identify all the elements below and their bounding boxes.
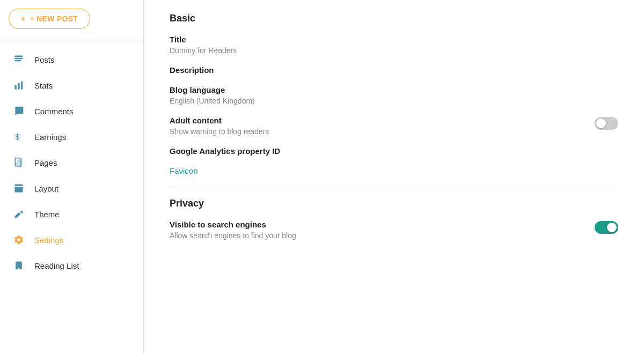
earnings-icon: $	[13, 131, 25, 143]
new-post-label: + NEW POST	[30, 14, 78, 23]
comments-label: Comments	[34, 107, 74, 116]
sidebar: + + NEW POST Posts Stats Comments $ Earn…	[0, 0, 144, 353]
settings-label: Settings	[34, 236, 63, 245]
comments-icon	[13, 105, 25, 117]
sidebar-item-comments[interactable]: Comments	[0, 98, 143, 124]
svg-rect-9	[15, 185, 23, 186]
adult-content-toggle-thumb	[596, 119, 606, 128]
sidebar-item-earnings[interactable]: $ Earnings	[0, 124, 143, 150]
favicon-field-block: Favicon	[170, 166, 618, 176]
sidebar-divider	[0, 42, 143, 42]
section-divider	[170, 187, 618, 187]
svg-rect-5	[21, 82, 23, 90]
svg-rect-0	[15, 56, 23, 57]
sidebar-item-theme[interactable]: Theme	[0, 201, 143, 227]
description-field-label: Description	[170, 65, 618, 75]
sidebar-item-settings[interactable]: Settings	[0, 227, 143, 253]
visible-label: Visible to search engines	[170, 220, 595, 229]
adult-content-field-block: Adult content Show warning to blog reade…	[170, 116, 618, 136]
sidebar-item-pages[interactable]: Pages	[0, 150, 143, 175]
posts-label: Posts	[34, 55, 55, 64]
layout-icon	[13, 182, 25, 194]
favicon-link[interactable]: Favicon	[170, 166, 198, 175]
svg-rect-3	[15, 85, 17, 90]
reading-list-icon	[13, 260, 25, 271]
adult-content-label: Adult content	[170, 116, 595, 125]
description-field-block: Description	[170, 65, 618, 75]
visible-sub: Allow search engines to find your blog	[170, 231, 595, 240]
adult-content-toggle[interactable]	[595, 117, 618, 130]
title-field-block: Title Dummy for Readers	[170, 35, 618, 55]
new-post-button[interactable]: + + NEW POST	[9, 9, 90, 29]
pages-icon	[13, 157, 25, 168]
adult-content-toggle-track[interactable]	[595, 117, 618, 130]
theme-label: Theme	[34, 210, 60, 219]
sidebar-item-posts[interactable]: Posts	[0, 47, 143, 72]
visible-toggle-thumb	[607, 223, 617, 232]
sidebar-item-layout[interactable]: Layout	[0, 175, 143, 201]
layout-label: Layout	[34, 184, 58, 193]
google-analytics-label: Google Analytics property ID	[170, 146, 618, 156]
settings-icon	[13, 234, 25, 246]
visible-field-block: Visible to search engines Allow search e…	[170, 220, 618, 240]
adult-content-text: Adult content Show warning to blog reade…	[170, 116, 595, 136]
title-field-label: Title	[170, 35, 618, 44]
svg-rect-10	[15, 187, 23, 193]
blog-language-field-block: Blog language English (United Kingdom)	[170, 85, 618, 105]
visible-toggle-track[interactable]	[595, 221, 618, 234]
visible-text: Visible to search engines Allow search e…	[170, 220, 595, 240]
sidebar-item-stats[interactable]: Stats	[0, 72, 143, 98]
earnings-label: Earnings	[34, 133, 66, 142]
title-field-value: Dummy for Readers	[170, 46, 618, 55]
visible-toggle[interactable]	[595, 221, 618, 234]
sidebar-item-reading-list[interactable]: Reading List	[0, 253, 143, 278]
theme-icon	[13, 208, 25, 220]
svg-rect-4	[18, 83, 19, 90]
plus-icon: +	[21, 14, 25, 23]
main-content: Basic Title Dummy for Readers Descriptio…	[144, 0, 644, 353]
svg-rect-2	[15, 60, 21, 62]
blog-language-value: English (United Kingdom)	[170, 97, 618, 105]
stats-icon	[13, 79, 25, 91]
adult-content-sub: Show warning to blog readers	[170, 127, 595, 136]
privacy-section-title: Privacy	[170, 198, 618, 209]
basic-section-title: Basic	[170, 13, 618, 24]
svg-text:$: $	[15, 132, 20, 141]
privacy-section: Privacy Visible to search engines Allow …	[170, 198, 618, 240]
blog-language-label: Blog language	[170, 85, 618, 94]
pages-label: Pages	[34, 158, 57, 167]
svg-rect-1	[15, 58, 23, 60]
reading-list-label: Reading List	[34, 261, 79, 270]
google-analytics-field-block: Google Analytics property ID	[170, 146, 618, 156]
svg-rect-8	[17, 159, 23, 167]
stats-label: Stats	[34, 81, 53, 90]
posts-icon	[13, 54, 25, 65]
